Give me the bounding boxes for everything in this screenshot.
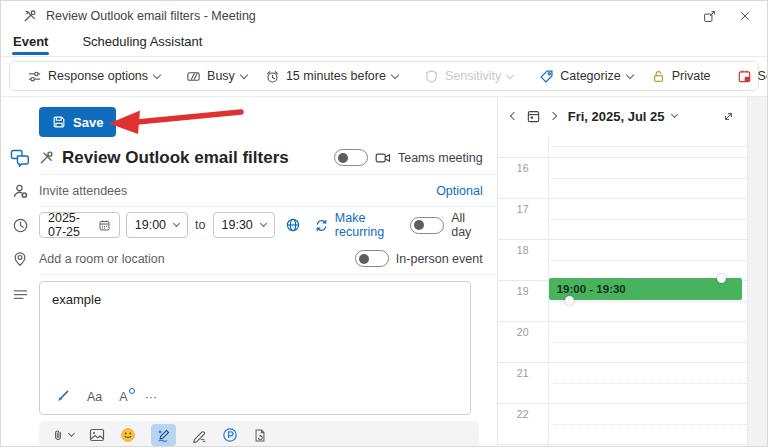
- font-size-button[interactable]: A: [119, 390, 127, 404]
- format-more-button[interactable]: ···: [145, 390, 158, 404]
- titlebar: Review Outlook email filters - Meeting: [1, 1, 767, 31]
- scheduling-poll-button[interactable]: Scheduling poll: [728, 63, 768, 89]
- scheduling-poll-icon: [737, 69, 752, 84]
- chat-bubbles-icon: [1, 141, 39, 175]
- all-day-toggle[interactable]: [410, 217, 444, 234]
- format-painter-icon[interactable]: [54, 389, 70, 405]
- chevron-down-icon: [173, 220, 180, 227]
- chevron-down-icon: [153, 70, 161, 78]
- hour-slot-16[interactable]: 16: [498, 157, 747, 198]
- categorize-button[interactable]: Categorize: [530, 63, 641, 89]
- date-picker[interactable]: 2025-07-25: [39, 212, 120, 238]
- timezone-globe-icon[interactable]: [285, 217, 301, 233]
- end-time-select[interactable]: 19:30: [213, 212, 275, 238]
- tools-icon: [23, 9, 37, 23]
- scrollbar-track[interactable]: [747, 97, 767, 447]
- all-day-label: All day: [451, 211, 483, 239]
- tab-scheduling-assistant[interactable]: Scheduling Assistant: [80, 31, 204, 56]
- ribbon-wrap: Response options Busy 15 minutes before: [1, 57, 767, 97]
- hour-slot-20[interactable]: 20: [498, 321, 747, 362]
- description-text[interactable]: example: [40, 282, 470, 385]
- teams-meeting-label: Teams meeting: [398, 151, 483, 165]
- attach-icon[interactable]: [51, 428, 74, 443]
- in-person-label: In-person event: [396, 252, 483, 266]
- draw-icon[interactable]: [151, 424, 176, 446]
- half-hour-line: [548, 146, 747, 147]
- pen-icon[interactable]: [191, 427, 207, 443]
- camera-icon: [375, 151, 391, 165]
- window-title: Review Outlook email filters - Meeting: [46, 9, 256, 23]
- invite-attendees-field[interactable]: Invite attendees: [39, 184, 127, 198]
- date-header-dropdown[interactable]: Fri, 2025, Jul 25: [568, 109, 677, 124]
- font-button[interactable]: Aa: [87, 390, 102, 404]
- expand-icon[interactable]: [722, 110, 735, 123]
- location-pin-icon: [1, 243, 39, 275]
- calendar-event[interactable]: 19:00 - 19:30: [549, 278, 742, 300]
- text-lines-icon: [1, 275, 39, 447]
- chevron-down-icon: [625, 70, 633, 78]
- hour-slot-18[interactable]: 18: [498, 239, 747, 280]
- format-toolbar: Aa A ···: [40, 385, 470, 414]
- ribbon: Response options Busy 15 minutes before: [9, 61, 759, 91]
- private-button[interactable]: Private: [642, 63, 720, 89]
- tag-icon: [539, 69, 554, 84]
- hour-slot-22[interactable]: 22: [498, 403, 747, 444]
- hour-slot-21[interactable]: 21: [498, 362, 747, 403]
- lock-open-icon: [651, 69, 666, 84]
- chevron-down-icon: [506, 70, 514, 78]
- in-person-toggle[interactable]: [355, 250, 389, 267]
- description-editor: example Aa A ···: [39, 281, 471, 415]
- sensitivity-button[interactable]: Sensitivity: [415, 63, 522, 89]
- next-day-icon[interactable]: [548, 112, 556, 120]
- close-icon[interactable]: [737, 8, 753, 24]
- chevron-down-icon: [68, 430, 75, 437]
- event-title[interactable]: Review Outlook email filters: [62, 148, 289, 168]
- alarm-icon: [265, 69, 280, 84]
- chevron-down-icon: [240, 70, 248, 78]
- optional-link[interactable]: Optional: [436, 184, 483, 198]
- editor-icon[interactable]: [222, 427, 238, 443]
- save-icon: [52, 115, 66, 129]
- person-add-icon: [1, 175, 39, 207]
- chevron-down-icon: [391, 70, 399, 78]
- location-field[interactable]: Add a room or location: [39, 252, 165, 266]
- start-time-select[interactable]: 19:00: [126, 212, 188, 238]
- save-button[interactable]: Save: [39, 107, 116, 137]
- chevron-down-icon: [260, 220, 267, 227]
- hour-slot-17[interactable]: 17: [498, 198, 747, 239]
- day-calendar-panel: Fri, 2025, Jul 25 16 17 18 19 20 21 22: [498, 97, 747, 447]
- chevron-down-icon: [671, 111, 678, 118]
- resize-handle-bottom[interactable]: [565, 296, 574, 305]
- insert-image-icon[interactable]: [89, 428, 105, 442]
- mini-calendar-icon: [98, 219, 111, 232]
- resize-handle-top[interactable]: [717, 274, 726, 283]
- show-as-busy-button[interactable]: Busy: [177, 63, 256, 89]
- sensitivity-icon: [424, 69, 439, 84]
- event-form: Save: [1, 97, 498, 447]
- clock-icon: [1, 207, 39, 243]
- busy-status-icon: [186, 69, 201, 84]
- insert-toolbar: [39, 421, 479, 447]
- day-grid: 16 17 18 19 20 21 22 23 19:00 - 19:30: [498, 135, 747, 447]
- response-options-button[interactable]: Response options: [18, 63, 169, 89]
- teams-meeting-toggle[interactable]: [334, 149, 368, 166]
- polls-icon[interactable]: [253, 428, 267, 443]
- calendar-today-icon[interactable]: [526, 109, 541, 124]
- prev-day-icon[interactable]: [509, 112, 517, 120]
- tab-event[interactable]: Event: [11, 31, 50, 56]
- event-time-label: 19:00 - 19:30: [557, 283, 626, 295]
- reminder-button[interactable]: 15 minutes before: [256, 63, 407, 89]
- tools-icon: [39, 150, 54, 165]
- make-recurring-button[interactable]: Make recurring: [314, 211, 410, 239]
- calendar-header: Fri, 2025, Jul 25: [498, 97, 747, 135]
- tab-row: Event Scheduling Assistant: [1, 31, 767, 57]
- meeting-window: Review Outlook email filters - Meeting E…: [0, 0, 768, 447]
- to-label: to: [195, 218, 205, 232]
- emoji-icon[interactable]: [120, 427, 136, 443]
- popout-icon[interactable]: [701, 8, 717, 24]
- recurring-icon: [314, 218, 329, 233]
- sliders-icon: [27, 69, 42, 84]
